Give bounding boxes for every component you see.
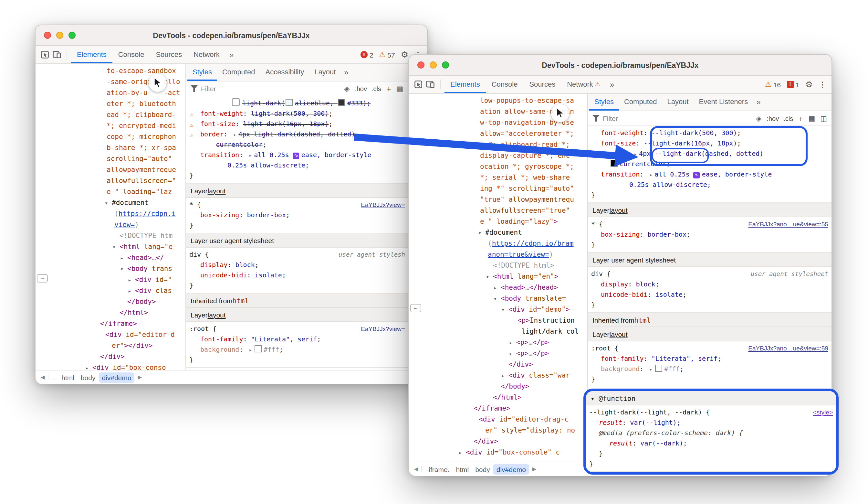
dom-line[interactable]: ▸<head>…</head> (409, 282, 587, 293)
dom-line[interactable]: cope *; microphon (35, 131, 185, 142)
dom-line[interactable]: ▸<div id="box-conso (35, 362, 185, 370)
style-line[interactable]: } (186, 171, 427, 181)
tree-caret-icon[interactable]: ▾ (486, 272, 493, 283)
dom-line[interactable]: ▾<body translate= (409, 293, 587, 304)
dom-line[interactable]: <p>Instruction (409, 315, 587, 326)
inspect-icon[interactable] (414, 75, 423, 93)
style-line[interactable]: display: block; (186, 260, 427, 270)
dom-line[interactable]: ing *" scrolling="auto" (409, 183, 587, 194)
style-line[interactable]: EaYBJJx?ano…ue&view=:55* { (588, 219, 831, 230)
style-line[interactable]: unicode-bidi: isolate; (186, 270, 427, 281)
dom-line[interactable]: scrolling="auto" (35, 153, 185, 164)
dom-line[interactable]: "true" allowpaymentrequ (409, 194, 587, 205)
grid-icon[interactable]: ▦ (808, 114, 815, 122)
style-line[interactable]: background: ▸#fff; (186, 345, 427, 355)
titlebar[interactable]: DevTools - codepen.io/bramus/pen/EaYBJJx (35, 25, 427, 46)
style-line[interactable]: } (588, 190, 831, 200)
grid-icon[interactable]: ▦ (396, 84, 403, 93)
style-line[interactable]: @media (prefers-color-scheme: dark) { (586, 428, 836, 439)
settings-icon[interactable]: ⚙ (401, 50, 408, 59)
dom-line[interactable]: anon=true&view=) (409, 249, 587, 260)
stylesheet-source-link[interactable]: <style> (813, 407, 833, 418)
tree-caret-icon[interactable]: ▾ (478, 228, 485, 239)
tree-caret-icon[interactable]: ▸ (85, 363, 92, 370)
more-sidebar-tabs-icon[interactable]: » (753, 94, 764, 111)
tab-console[interactable]: Console (112, 46, 150, 63)
dom-line[interactable]: ▸<div class="war (409, 370, 587, 381)
dom-line[interactable]: e " loading="laz (35, 186, 185, 197)
style-line[interactable]: <style>--light-dark(--light, --dark) { (586, 407, 836, 418)
bezier-icon[interactable]: ∿ (694, 172, 700, 179)
tree-caret-icon[interactable]: ▸ (502, 371, 508, 382)
style-line[interactable]: } (586, 459, 836, 470)
tree-caret-icon[interactable]: ▸ (459, 447, 466, 458)
inspect-icon[interactable] (41, 46, 49, 63)
tree-caret-icon[interactable]: ▸ (128, 286, 135, 297)
style-line[interactable]: } (186, 221, 427, 231)
minimize-button[interactable] (56, 32, 63, 39)
crumb-div#demo[interactable]: div#demo (99, 372, 134, 382)
sidebar-tab-layout[interactable]: Layout (662, 94, 694, 111)
kebab-menu-icon[interactable]: ⋮ (819, 81, 826, 88)
close-button[interactable] (44, 32, 51, 39)
dom-line[interactable]: er" style="display: no (409, 425, 587, 436)
dom-line[interactable]: </body> (409, 381, 587, 392)
dom-line[interactable]: *; serial *; web-share (409, 172, 587, 183)
dom-line[interactable]: ▾#document (409, 227, 587, 238)
style-line[interactable]: } (586, 449, 836, 459)
expand-icon[interactable]: ▸ (249, 347, 252, 353)
dom-line[interactable]: allowfullscreen=" (35, 175, 185, 186)
style-line[interactable]: box-sizing: border-box; (588, 230, 831, 240)
filter-toggle-cls[interactable]: .cls (372, 85, 381, 92)
more-actions-badge[interactable]: … (410, 304, 421, 312)
tree-caret-icon[interactable]: ▾ (105, 198, 112, 209)
dom-line[interactable]: </div> (409, 436, 587, 447)
expand-icon[interactable]: ▸ (233, 132, 237, 138)
dom-line[interactable]: <div id="editor-drag-c (409, 414, 587, 425)
tab-elements[interactable]: Elements (71, 46, 112, 63)
close-button[interactable] (417, 61, 424, 69)
dom-line[interactable]: ▸<div id="box-console" c (409, 447, 587, 458)
sidebar-tab-accessibility[interactable]: Accessibility (260, 64, 309, 81)
tree-caret-icon[interactable]: ▸ (509, 337, 516, 349)
zoom-button[interactable] (442, 61, 449, 69)
sidebar-tab-computed[interactable]: Computed (619, 94, 662, 111)
filter-input[interactable]: Filter (201, 85, 216, 92)
badge-issue[interactable]: !1 (787, 81, 799, 88)
filter-input[interactable]: Filter (603, 114, 618, 122)
style-line[interactable]: border: ▸4px --light-dark(dashed, dotted… (588, 149, 831, 159)
dom-line[interactable]: ocation *; gyroscope *; (409, 161, 587, 172)
crumb-scroll-left-icon[interactable]: ◀ (38, 374, 49, 380)
style-line[interactable]: EaYBJJx?ano…ue&view=:59:root { (588, 343, 831, 354)
style-line[interactable]: EaYBJJx?view=:root { (186, 324, 427, 334)
style-line[interactable]: } (588, 374, 831, 385)
new-style-rule-button[interactable]: + (798, 113, 803, 123)
more-sidebar-tabs-icon[interactable]: » (341, 64, 351, 81)
expand-icon[interactable]: ▸ (650, 172, 653, 178)
dom-line[interactable]: e " loading="lazy"> (409, 216, 587, 227)
dom-line[interactable]: ▸<div clas (35, 285, 185, 296)
style-line[interactable]: user agent styleshdiv { (186, 250, 427, 260)
style-line[interactable]: font-family: "Literata", serif; (588, 354, 831, 364)
dock-side-icon[interactable]: ◫ (820, 114, 827, 122)
dom-line[interactable]: (https://cdpn.i (35, 208, 185, 219)
dom-line[interactable]: <div id="editor-d (35, 329, 185, 340)
style-line[interactable]: } (186, 281, 427, 291)
dom-line[interactable]: </html> (35, 307, 185, 318)
dom-line[interactable]: ▸<p>…</p> (409, 348, 587, 359)
dom-line[interactable]: *; encrypted-medi (35, 120, 185, 131)
color-swatch[interactable] (611, 160, 618, 167)
dom-line[interactable]: light/dark col (409, 326, 587, 337)
dom-line[interactable]: ▸<head>…</ (35, 252, 185, 263)
style-line[interactable]: ⚠font-size: light-dark(16px, 18px); (186, 119, 427, 129)
tab-console[interactable]: Console (486, 75, 524, 93)
sidebar-tab-styles[interactable]: Styles (187, 64, 217, 81)
dom-line[interactable]: a *; clipboard-read *; (409, 139, 587, 150)
style-line[interactable]: transition: ▸all 0.25s ∿ease, border-sty… (186, 150, 427, 160)
dom-line[interactable]: allowpaymentreque (35, 164, 185, 175)
dom-line[interactable]: er"></div> (35, 340, 185, 351)
badge-error[interactable]: ×2 (361, 51, 373, 59)
dom-line[interactable]: <!DOCTYPE htm (35, 230, 185, 241)
style-line[interactable]: unicode-bidi: isolate; (588, 290, 831, 300)
declaration-checkbox[interactable] (232, 98, 240, 106)
